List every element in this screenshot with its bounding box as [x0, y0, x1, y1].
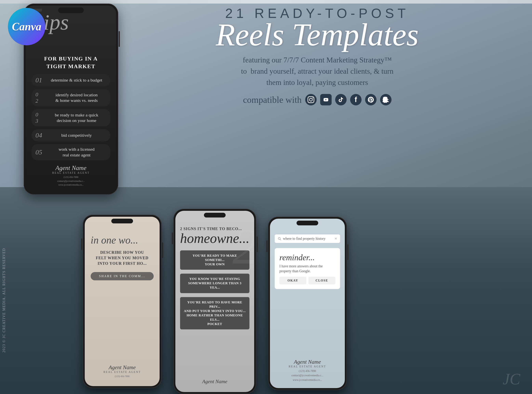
search-clear: ×: [335, 236, 337, 241]
snapchat-icon: [380, 94, 391, 105]
facebook-icon: f: [350, 94, 362, 105]
phone-4-screen: where to find property history × reminde…: [270, 219, 345, 388]
phone2-notch: [111, 219, 133, 223]
compatible-label: compatible with: [243, 94, 302, 105]
instagram-icon: [305, 94, 317, 105]
agent-contact: (123) 456-7890 contact@jccreativemedia.c…: [31, 175, 110, 187]
sign-item-3: YOU'RE READY TO HAVE MORE PRIV...AND PUT…: [180, 297, 250, 330]
phone2-agent-title: REAL ESTATE AGENT: [91, 371, 154, 374]
phone-notch: [58, 7, 84, 13]
screen3-content: 2 2 SIGNS IT'S TIME TO BECO... homeowne.…: [175, 211, 254, 392]
tiktok-icon: [335, 94, 347, 105]
compatible-row: compatible with f: [118, 94, 516, 105]
phone4-agent-contact: (123) 456-7890 contact@jccreativemedia.c…: [275, 369, 340, 382]
phone2-agent-contact: (123) 456-7890: [91, 374, 154, 378]
tip-text-2: identify desired location& home wants vs…: [47, 92, 106, 104]
phone3-side-right: [256, 236, 258, 252]
canva-badge: Canva: [8, 8, 45, 45]
tip-num-5: 05: [36, 149, 44, 156]
pinterest-icon: [365, 94, 376, 105]
screen2-share-btn: SHARE IN THE COMM...: [91, 272, 154, 280]
youtube-icon: [320, 94, 332, 105]
screen3-signs-label: 2 SIGNS IT'S TIME TO BECO...: [180, 227, 250, 231]
close-button[interactable]: CLOSE: [308, 277, 335, 284]
phone4-notch: [297, 221, 318, 225]
screen2-describe: DESCRIBE HOW YOUFELT WHEN YOU MOVEDINTO …: [91, 250, 154, 266]
sign-item-2: YOU KNOW YOU'RE STAYINGSOMEWHERE LONGER …: [180, 274, 250, 293]
phone3-side-left: [172, 233, 173, 244]
agent-name-script: Agent Name: [31, 165, 110, 171]
reminder-box: reminder... I have more answers about th…: [275, 248, 340, 289]
tip-num-4: 04: [36, 132, 44, 139]
phone-4: where to find property history × reminde…: [268, 217, 347, 390]
tip-list: 01 determine & stick to a budget 02 iden…: [31, 74, 110, 165]
phone4-side-right: [347, 244, 348, 260]
phone2-agent-name: Agent Name: [91, 365, 154, 370]
agent-title: REAL ESTATE AGENT: [31, 171, 110, 175]
reminder-body: I have more answers about theproperty th…: [279, 264, 335, 274]
phone-3-screen: 2 2 SIGNS IT'S TIME TO BECO... homeowne.…: [175, 211, 254, 392]
screen4-search-bar: where to find property history ×: [275, 234, 340, 243]
phone3-agent: Agent Name: [180, 379, 250, 386]
tip-item-3: 03 be ready to make a quickdecision on y…: [31, 109, 110, 126]
phone2-agent: Agent Name REAL ESTATE AGENT (123) 456-7…: [91, 365, 154, 380]
main-title: Reels Templates: [118, 19, 516, 50]
canva-label: Canva: [12, 20, 41, 33]
title-line1: FOR BUYING IN A: [44, 56, 98, 62]
phones-bottom-row: in one wo... DESCRIBE HOW YOUFELT WHEN Y…: [83, 193, 512, 394]
phone2-side-left: [81, 238, 82, 250]
screen3-homeowner: homeowne...: [180, 232, 250, 244]
phone3-notch: [204, 213, 226, 218]
featuring-text: featuring our 7/7/7 Content Marketing St…: [118, 54, 516, 88]
okay-button[interactable]: OKAY: [279, 277, 306, 284]
tip-text-5: work with a licensedreal estate agent: [47, 147, 106, 158]
copyright-text: 2023 © JC CREATIVE MEDIA. ALL RIGHTS RES…: [2, 248, 6, 353]
phone4-agent: Agent Name REAL ESTATE AGENT (123) 456-7…: [275, 359, 340, 384]
phone4-agent-name: Agent Name: [275, 359, 340, 365]
tip-num-1: 01: [36, 76, 44, 84]
screen2-content: in one wo... DESCRIBE HOW YOUFELT WHEN Y…: [85, 217, 160, 386]
tip-num-2: 02: [36, 91, 44, 104]
phone-3: 2 2 SIGNS IT'S TIME TO BECO... homeowne.…: [173, 209, 256, 394]
phone-main-title: FOR BUYING IN A TIGHT MARKET: [31, 55, 110, 70]
phone-2: in one wo... DESCRIBE HOW YOUFELT WHEN Y…: [83, 215, 162, 388]
phone-main-agent: Agent Name REAL ESTATE AGENT (123) 456-7…: [31, 165, 110, 189]
top-strip: [0, 0, 532, 4]
phone4-agent-title: REAL ESTATE AGENT: [275, 365, 340, 368]
phone3-agent-name: Agent Name: [180, 379, 250, 384]
phone-3-body: 2 2 SIGNS IT'S TIME TO BECO... homeowne.…: [173, 209, 256, 394]
tip-item-5: 05 work with a licensedreal estate agent: [31, 144, 110, 160]
tip-item-4: 04 bid competitively: [31, 129, 110, 141]
reminder-buttons: OKAY CLOSE: [279, 277, 335, 284]
screen4-content: where to find property history × reminde…: [270, 219, 345, 388]
tip-text-4: bid competitively: [47, 133, 106, 138]
jc-watermark: JC: [503, 370, 520, 388]
phone-2-body: in one wo... DESCRIBE HOW YOUFELT WHEN Y…: [83, 215, 162, 388]
tip-text-1: determine & stick to a budget: [47, 78, 106, 83]
tip-item-2: 02 identify desired location& home wants…: [31, 89, 110, 106]
phone-2-screen: in one wo... DESCRIBE HOW YOUFELT WHEN Y…: [85, 217, 160, 386]
screen2-in-one-word: in one wo...: [91, 234, 154, 246]
phone-side-button-right: [119, 31, 120, 47]
sign-item-1: YOU'RE READY TO MAKE SOMETHI...YOUR OWN: [180, 250, 250, 270]
search-text: where to find property history: [283, 237, 333, 241]
phone-4-body: where to find property history × reminde…: [268, 217, 347, 390]
phone4-side-left: [266, 240, 268, 252]
header-area: 21 READY-TO-POST Reels Templates featuri…: [118, 5, 516, 105]
tip-text-3: be ready to make a quickdecision on your…: [47, 112, 106, 124]
title-line2: TIGHT MARKET: [47, 63, 95, 69]
phone2-side-right: [162, 242, 163, 258]
tip-num-3: 03: [36, 112, 44, 124]
tip-item-1: 01 determine & stick to a budget: [31, 74, 110, 86]
reminder-title: reminder...: [279, 253, 335, 262]
